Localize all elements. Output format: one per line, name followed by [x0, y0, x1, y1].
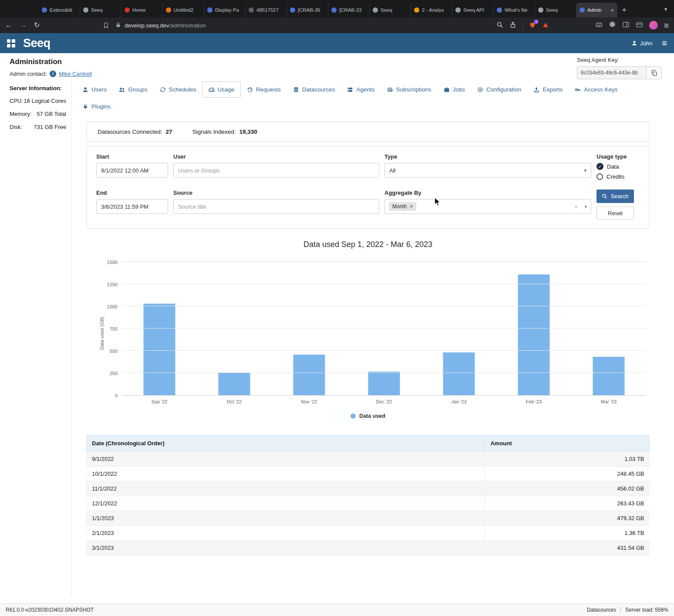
clear-icon[interactable]: ×	[574, 203, 578, 210]
user-input[interactable]	[173, 163, 379, 178]
chip-close-icon[interactable]: ×	[410, 203, 413, 210]
browser-tab[interactable]: 48517527	[245, 3, 286, 17]
amount-cell: 263.43 GB	[485, 496, 650, 511]
main-content: UsersGroupsSchedulesUsageRequestsDatasou…	[72, 80, 674, 596]
app-header: Seeq John ≡	[0, 33, 674, 53]
browser-tab[interactable]: Admin×	[576, 3, 617, 17]
bookmark-icon[interactable]	[103, 22, 109, 29]
x-axis-labels: Sep '22Oct '22Nov '22Dec '22Jan '23Feb '…	[122, 399, 646, 404]
tab-label: Jobs	[453, 86, 465, 93]
browser-tab[interactable]: Home	[121, 3, 162, 17]
chevron-down-icon[interactable]: ▾	[584, 204, 587, 210]
seeq-logo[interactable]: Seeq	[23, 37, 51, 50]
chart-legend[interactable]: Data used	[86, 413, 650, 419]
tab-groups[interactable]: Groups	[113, 81, 153, 98]
tab-subscriptions[interactable]: Subscriptions	[381, 81, 438, 98]
browser-tab[interactable]: Display Pa	[204, 3, 245, 17]
tab-access-keys[interactable]: Access Keys	[569, 81, 623, 98]
keyboard-extension-icon[interactable]	[595, 21, 603, 30]
wallet-icon[interactable]	[636, 21, 643, 30]
source-input[interactable]	[173, 199, 379, 214]
end-date-input[interactable]	[96, 199, 168, 214]
chart-bar	[219, 373, 250, 395]
warning-triangle-icon[interactable]	[542, 21, 549, 30]
gridline	[122, 306, 646, 306]
share-icon[interactable]	[509, 21, 516, 30]
aggregate-by-select[interactable]: Month × × ▾	[384, 199, 591, 214]
tab-usage[interactable]: Usage	[202, 81, 241, 98]
date-cell: 2/1/2023	[87, 526, 485, 541]
tab-datasources[interactable]: Datasources	[287, 81, 341, 98]
browser-tab[interactable]: Seeq	[535, 3, 576, 17]
source-label: Source	[173, 190, 379, 196]
sync-icon	[160, 87, 166, 93]
usage-type-option-credits[interactable]: Credits	[596, 173, 640, 180]
padlock-icon[interactable]	[115, 22, 121, 29]
tab-favicon	[580, 7, 585, 13]
browser-tab[interactable]: Seeq API	[452, 3, 493, 17]
tab-agents[interactable]: Agents	[341, 81, 381, 98]
chart-plot-area: 0250500750100012501500	[122, 262, 646, 396]
tab-users[interactable]: Users	[76, 81, 113, 98]
month-chip: Month ×	[389, 202, 416, 211]
amount-cell: 1.03 TB	[485, 452, 650, 467]
agent-key-input[interactable]	[577, 66, 646, 79]
puzzle-extensions-icon[interactable]	[609, 21, 616, 30]
shield-icon[interactable]: 1	[529, 22, 536, 29]
url-text[interactable]: develop.seeq.dev/administration	[125, 22, 206, 29]
tab-plugins[interactable]: Plugins	[76, 98, 117, 115]
browser-tab[interactable]: [CRAB-23	[328, 3, 369, 17]
footer-datasources-link[interactable]: Datasources	[587, 607, 616, 613]
user-menu[interactable]: John	[631, 40, 652, 47]
browser-tab[interactable]: [CRAB-35	[286, 3, 328, 17]
browser-tab[interactable]: 2 - Analys	[411, 3, 452, 17]
usage-type-option-data[interactable]: ✓Data	[596, 163, 640, 170]
usage-type-label: Usage type	[596, 153, 640, 160]
admin-contact-link[interactable]: Mike Cantrell	[59, 71, 92, 77]
tab-configuration[interactable]: Configuration	[471, 81, 527, 98]
type-select[interactable]: All ▾	[384, 163, 591, 178]
x-axis-label: Dec '22	[347, 399, 421, 404]
y-axis-tick: 750	[98, 326, 118, 332]
sidebar-panel-icon[interactable]	[622, 21, 630, 30]
new-tab-button[interactable]: +	[622, 6, 627, 14]
tab-label: Configuration	[486, 86, 521, 93]
tab-requests[interactable]: Requests	[241, 81, 287, 98]
tab-label: Schedules	[169, 86, 196, 93]
page-head: Administration Admin contact: i Mike Can…	[0, 53, 674, 80]
tab-exports[interactable]: Exports	[527, 81, 569, 98]
tab-close-icon[interactable]: ×	[610, 7, 614, 14]
reset-button[interactable]: Reset	[596, 206, 634, 220]
app-launcher-icon[interactable]	[7, 39, 15, 47]
column-header: Amount	[485, 435, 650, 452]
signals-indexed-label: Signals Indexed:	[192, 129, 236, 135]
zoom-icon[interactable]	[496, 21, 503, 30]
tab-schedules[interactable]: Schedules	[154, 81, 202, 98]
forward-icon[interactable]: →	[20, 22, 27, 29]
legend-marker	[350, 413, 356, 419]
x-axis-label: Feb '23	[496, 399, 571, 404]
url-host: develop.seeq.dev	[125, 22, 169, 29]
profile-avatar[interactable]	[649, 21, 658, 30]
table-row: 1/1/2023479.32 GB	[87, 511, 650, 526]
table-row: 9/1/20221.03 TB	[87, 452, 650, 467]
browser-tab[interactable]: Seeq	[369, 3, 411, 17]
gauge-icon	[209, 87, 215, 93]
browser-menu-icon[interactable]: ≡	[664, 21, 669, 30]
end-label: End	[96, 190, 168, 196]
tab-jobs[interactable]: Jobs	[438, 81, 472, 98]
browser-tab[interactable]: Untitled2	[162, 3, 204, 17]
browser-tabs: ExtensibiliSeeqHomeUntitled2Display Pa48…	[38, 3, 617, 17]
table-row: 12/1/2022263.43 GB	[87, 496, 650, 511]
start-date-input[interactable]	[96, 163, 168, 178]
back-icon[interactable]: ←	[5, 22, 12, 29]
tab-list-chevron-icon[interactable]: ▾	[664, 6, 667, 12]
briefcase-icon	[444, 87, 450, 93]
browser-tab[interactable]: What's Ne	[493, 3, 535, 17]
browser-tab[interactable]: Seeq	[80, 3, 121, 17]
reload-icon[interactable]: ↻	[34, 22, 40, 29]
app-menu-icon[interactable]: ≡	[662, 39, 667, 47]
copy-button[interactable]	[646, 66, 662, 79]
browser-tab[interactable]: Extensibili	[38, 3, 80, 17]
search-button[interactable]: Search	[596, 190, 634, 203]
